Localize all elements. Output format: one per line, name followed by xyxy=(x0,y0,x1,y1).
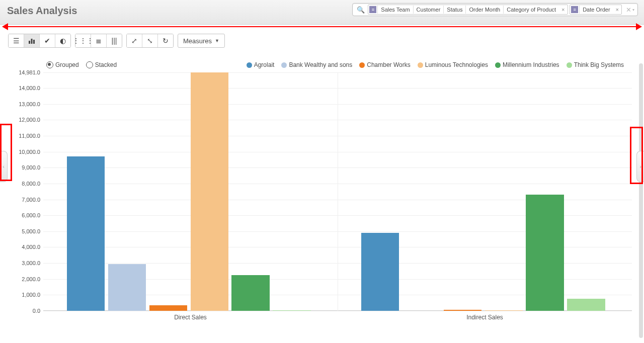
bar[interactable] xyxy=(526,195,564,311)
left-panel-handle[interactable]: ‹ xyxy=(0,151,8,182)
bar[interactable] xyxy=(191,72,228,311)
y-tick-label: 3,000.0 xyxy=(22,260,43,266)
facet-icon: ≡ xyxy=(571,6,578,13)
view-check-button[interactable]: ✔ xyxy=(39,34,55,47)
toolbar: ☰✔◐ ⋮⋮⋮≣||| ⤢⤡↻ Measures ▼ xyxy=(0,25,644,52)
y-tick-label: 14,000.0 xyxy=(19,85,43,91)
radio-unselected-icon xyxy=(86,61,93,68)
search-facet[interactable]: ≡Date Order× xyxy=(570,5,622,15)
y-tick-label: 14,981.0 xyxy=(19,69,43,75)
bar[interactable] xyxy=(273,310,310,311)
scrollbar[interactable] xyxy=(639,63,643,338)
layout-grid-button[interactable]: ⋮⋮⋮ xyxy=(75,34,91,47)
legend-item[interactable]: Bank Wealthy and sons xyxy=(281,61,352,68)
chart-mode-controls: Grouped Stacked xyxy=(46,61,117,68)
facet-close-icon[interactable]: × xyxy=(559,7,567,13)
legend-label: Think Big Systems xyxy=(574,61,624,68)
bar[interactable] xyxy=(567,299,605,311)
layout-buttons-group: ⋮⋮⋮≣||| xyxy=(75,34,122,48)
facet-segment: Order Month xyxy=(465,6,503,14)
layout-lines-button[interactable]: ≣ xyxy=(91,34,106,47)
header-bar: Sales Analysis 🔍 ≡Sales TeamCustomerStat… xyxy=(0,0,644,25)
y-tick-label: 1,000.0 xyxy=(22,292,43,298)
bar[interactable] xyxy=(231,275,269,311)
page-title: Sales Analysis xyxy=(7,5,77,17)
bar[interactable] xyxy=(149,305,187,311)
bar[interactable] xyxy=(108,264,146,311)
y-tick-label: 2,000.0 xyxy=(22,276,43,282)
y-tick-label: 0.0 xyxy=(33,308,43,314)
facet-segment: Status xyxy=(443,6,465,14)
y-tick-label: 13,000.0 xyxy=(19,101,43,107)
right-panel-handle[interactable]: › xyxy=(636,151,644,182)
stacked-radio[interactable]: Stacked xyxy=(86,61,117,68)
y-tick-label: 6,000.0 xyxy=(22,212,43,218)
legend-item[interactable]: Millennium Industries xyxy=(495,61,559,68)
legend-label: Luminous Technologies xyxy=(425,61,488,68)
facet-segment: Date Order xyxy=(579,6,613,14)
zoom-buttons-group: ⤢⤡↻ xyxy=(126,34,174,48)
legend-item[interactable]: Luminous Technologies xyxy=(418,61,488,68)
legend-item[interactable]: Agrolait xyxy=(247,61,275,68)
legend-label: Agrolait xyxy=(254,61,275,68)
facet-segment: Customer xyxy=(413,6,444,14)
bar[interactable] xyxy=(444,310,481,311)
y-tick-label: 11,000.0 xyxy=(19,133,43,139)
legend-swatch xyxy=(495,62,501,68)
search-facet[interactable]: ≡Sales TeamCustomerStatusOrder MonthCate… xyxy=(368,5,568,15)
expand-diag-button[interactable]: ⤢ xyxy=(127,34,142,47)
chart: Grouped Stacked AgrolaitBank Wealthy and… xyxy=(8,60,636,328)
y-tick-label: 8,000.0 xyxy=(22,181,43,187)
measures-label: Measures xyxy=(183,37,212,45)
facet-icon: ≡ xyxy=(369,6,376,13)
legend-item[interactable]: Chamber Works xyxy=(359,61,410,68)
legend-item[interactable]: Think Big Systems xyxy=(567,61,624,68)
refresh-button[interactable]: ↻ xyxy=(157,34,173,47)
search-box[interactable]: 🔍 ≡Sales TeamCustomerStatusOrder MonthCa… xyxy=(352,3,638,16)
view-buttons-group: ☰✔◐ xyxy=(8,34,71,48)
radio-selected-icon xyxy=(46,61,53,68)
grouped-radio[interactable]: Grouped xyxy=(46,61,79,68)
y-tick-label: 12,000.0 xyxy=(19,117,43,123)
legend-swatch xyxy=(359,62,365,68)
facet-segment: Category of Product xyxy=(503,6,559,14)
measures-dropdown[interactable]: Measures ▼ xyxy=(178,34,225,48)
view-list-button[interactable]: ☰ xyxy=(9,34,24,47)
view-chart-button[interactable] xyxy=(24,34,39,47)
y-tick-label: 4,000.0 xyxy=(22,244,43,250)
chart-plot: 0.01,000.02,000.03,000.04,000.05,000.06,… xyxy=(43,72,632,311)
legend-swatch xyxy=(281,62,287,68)
y-tick-label: 10,000.0 xyxy=(19,149,43,155)
legend-label: Chamber Works xyxy=(367,61,410,68)
bar[interactable] xyxy=(361,233,399,311)
legend-swatch xyxy=(567,62,572,68)
legend-swatch xyxy=(247,62,252,68)
facet-close-icon[interactable]: × xyxy=(613,7,621,13)
y-tick-label: 7,000.0 xyxy=(22,197,43,203)
legend-swatch xyxy=(418,62,423,68)
bar[interactable] xyxy=(485,310,523,311)
layout-columns-button[interactable]: ||| xyxy=(106,34,122,47)
legend-label: Millennium Industries xyxy=(503,61,559,68)
y-tick-label: 9,000.0 xyxy=(22,164,43,170)
svg-rect-2 xyxy=(33,40,35,44)
search-clear-button[interactable]: ✕ ▾ xyxy=(623,6,635,14)
facet-segment: Sales Team xyxy=(377,6,413,14)
legend-label: Bank Wealthy and sons xyxy=(289,61,352,68)
svg-rect-1 xyxy=(31,39,33,44)
x-axis-label: Indirect Sales xyxy=(466,311,503,321)
view-contrast-button[interactable]: ◐ xyxy=(55,34,70,47)
chart-legend: AgrolaitBank Wealthy and sonsChamber Wor… xyxy=(247,61,624,68)
bar[interactable] xyxy=(67,156,105,311)
svg-rect-0 xyxy=(29,41,30,44)
x-axis-label: Direct Sales xyxy=(174,311,207,321)
caret-down-icon: ▼ xyxy=(215,38,219,43)
expand-full-button[interactable]: ⤡ xyxy=(142,34,157,47)
search-icon: 🔍 xyxy=(355,6,367,14)
y-tick-label: 5,000.0 xyxy=(22,228,43,234)
